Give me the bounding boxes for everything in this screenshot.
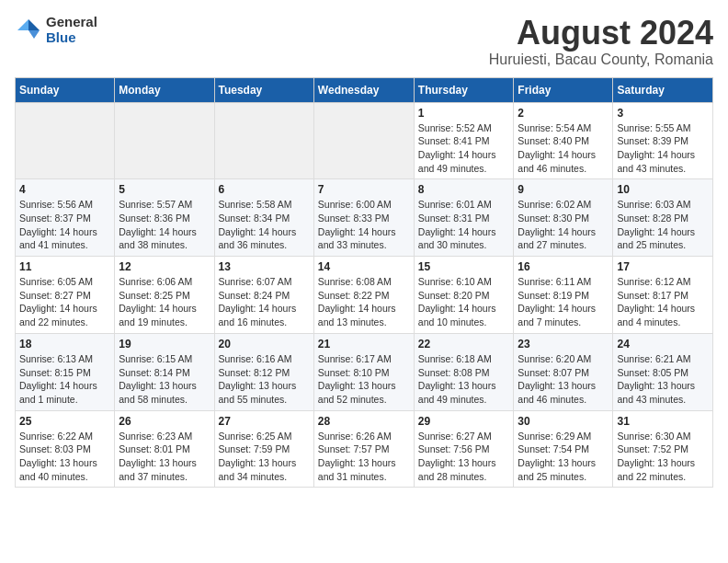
day-number: 4	[19, 183, 110, 196]
day-number: 20	[219, 338, 310, 350]
calendar-cell: 22Sunrise: 6:18 AMSunset: 8:08 PMDayligh…	[414, 333, 514, 410]
day-info: Sunrise: 6:25 AMSunset: 7:59 PMDaylight:…	[219, 430, 310, 484]
day-info: Sunrise: 5:58 AMSunset: 8:34 PMDaylight:…	[219, 198, 310, 252]
calendar-cell: 6Sunrise: 5:58 AMSunset: 8:34 PMDaylight…	[214, 179, 313, 257]
calendar-cell	[313, 102, 414, 179]
day-header-tuesday: Tuesday	[214, 77, 313, 102]
calendar-cell: 15Sunrise: 6:10 AMSunset: 8:20 PMDayligh…	[414, 257, 514, 334]
day-number: 11	[19, 260, 110, 273]
calendar-header: SundayMondayTuesdayWednesdayThursdayFrid…	[16, 77, 713, 102]
day-info: Sunrise: 6:11 AMSunset: 8:19 PMDaylight:…	[518, 275, 609, 329]
day-number: 1	[418, 107, 510, 120]
day-info: Sunrise: 6:10 AMSunset: 8:20 PMDaylight:…	[418, 275, 510, 329]
main-title: August 2024	[489, 15, 713, 52]
calendar-cell: 29Sunrise: 6:27 AMSunset: 7:56 PMDayligh…	[414, 410, 514, 488]
day-number: 24	[617, 338, 709, 350]
calendar-cell: 5Sunrise: 5:57 AMSunset: 8:36 PMDaylight…	[115, 179, 214, 257]
day-number: 5	[119, 183, 210, 196]
day-header-thursday: Thursday	[414, 77, 514, 102]
week-row-1: 1Sunrise: 5:52 AMSunset: 8:41 PMDaylight…	[16, 102, 713, 179]
calendar-cell: 30Sunrise: 6:29 AMSunset: 7:54 PMDayligh…	[514, 410, 613, 488]
week-row-2: 4Sunrise: 5:56 AMSunset: 8:37 PMDaylight…	[16, 179, 713, 257]
calendar-cell: 28Sunrise: 6:26 AMSunset: 7:57 PMDayligh…	[313, 410, 414, 488]
day-header-wednesday: Wednesday	[313, 77, 414, 102]
week-row-3: 11Sunrise: 6:05 AMSunset: 8:27 PMDayligh…	[16, 257, 713, 334]
calendar-cell: 4Sunrise: 5:56 AMSunset: 8:37 PMDaylight…	[16, 179, 115, 257]
calendar-cell: 19Sunrise: 6:15 AMSunset: 8:14 PMDayligh…	[115, 333, 214, 410]
day-info: Sunrise: 6:15 AMSunset: 8:14 PMDaylight:…	[119, 352, 210, 407]
week-row-5: 25Sunrise: 6:22 AMSunset: 8:03 PMDayligh…	[16, 410, 713, 488]
day-header-friday: Friday	[514, 77, 613, 102]
day-number: 18	[19, 338, 110, 350]
header: General Blue August 2024 Huruiesti, Baca…	[15, 15, 713, 68]
calendar-cell: 7Sunrise: 6:00 AMSunset: 8:33 PMDaylight…	[313, 179, 414, 257]
days-header-row: SundayMondayTuesdayWednesdayThursdayFrid…	[16, 77, 713, 102]
logo-icon	[15, 17, 42, 44]
day-number: 23	[518, 338, 609, 350]
calendar-cell: 12Sunrise: 6:06 AMSunset: 8:25 PMDayligh…	[115, 257, 214, 334]
calendar-cell: 25Sunrise: 6:22 AMSunset: 8:03 PMDayligh…	[16, 410, 115, 488]
day-info: Sunrise: 6:00 AMSunset: 8:33 PMDaylight:…	[318, 198, 410, 252]
logo: General Blue	[15, 15, 97, 45]
day-info: Sunrise: 6:17 AMSunset: 8:10 PMDaylight:…	[318, 352, 410, 407]
day-info: Sunrise: 5:54 AMSunset: 8:40 PMDaylight:…	[518, 121, 609, 176]
day-number: 25	[19, 415, 110, 428]
day-info: Sunrise: 6:26 AMSunset: 7:57 PMDaylight:…	[318, 430, 410, 484]
calendar-cell: 10Sunrise: 6:03 AMSunset: 8:28 PMDayligh…	[613, 179, 713, 257]
day-number: 28	[318, 415, 410, 428]
day-info: Sunrise: 6:06 AMSunset: 8:25 PMDaylight:…	[119, 275, 210, 329]
day-number: 19	[119, 338, 210, 350]
logo-blue: Blue	[46, 30, 97, 46]
logo-general: General	[46, 15, 97, 30]
day-info: Sunrise: 5:56 AMSunset: 8:37 PMDaylight:…	[19, 198, 110, 252]
day-info: Sunrise: 5:55 AMSunset: 8:39 PMDaylight:…	[617, 121, 709, 176]
day-number: 13	[219, 260, 310, 273]
day-info: Sunrise: 6:16 AMSunset: 8:12 PMDaylight:…	[219, 352, 310, 407]
day-number: 2	[518, 107, 609, 120]
subtitle: Huruiesti, Bacau County, Romania	[489, 52, 713, 68]
day-info: Sunrise: 6:12 AMSunset: 8:17 PMDaylight:…	[617, 275, 709, 329]
calendar-cell: 21Sunrise: 6:17 AMSunset: 8:10 PMDayligh…	[313, 333, 414, 410]
day-info: Sunrise: 6:22 AMSunset: 8:03 PMDaylight:…	[19, 430, 110, 484]
day-info: Sunrise: 6:03 AMSunset: 8:28 PMDaylight:…	[617, 198, 709, 252]
calendar-cell: 31Sunrise: 6:30 AMSunset: 7:52 PMDayligh…	[613, 410, 713, 488]
day-header-saturday: Saturday	[613, 77, 713, 102]
calendar-cell: 17Sunrise: 6:12 AMSunset: 8:17 PMDayligh…	[613, 257, 713, 334]
day-number: 8	[418, 183, 510, 196]
calendar-cell: 20Sunrise: 6:16 AMSunset: 8:12 PMDayligh…	[214, 333, 313, 410]
calendar-cell	[214, 102, 313, 179]
calendar-cell: 13Sunrise: 6:07 AMSunset: 8:24 PMDayligh…	[214, 257, 313, 334]
week-row-4: 18Sunrise: 6:13 AMSunset: 8:15 PMDayligh…	[16, 333, 713, 410]
calendar-cell: 1Sunrise: 5:52 AMSunset: 8:41 PMDaylight…	[414, 102, 514, 179]
calendar-body: 1Sunrise: 5:52 AMSunset: 8:41 PMDaylight…	[16, 102, 713, 488]
day-number: 12	[119, 260, 210, 273]
day-info: Sunrise: 6:23 AMSunset: 8:01 PMDaylight:…	[119, 430, 210, 484]
calendar-cell: 23Sunrise: 6:20 AMSunset: 8:07 PMDayligh…	[514, 333, 613, 410]
day-number: 27	[219, 415, 310, 428]
day-number: 26	[119, 415, 210, 428]
day-info: Sunrise: 5:52 AMSunset: 8:41 PMDaylight:…	[418, 121, 510, 176]
calendar-cell: 9Sunrise: 6:02 AMSunset: 8:30 PMDaylight…	[514, 179, 613, 257]
day-header-monday: Monday	[115, 77, 214, 102]
title-area: August 2024 Huruiesti, Bacau County, Rom…	[489, 15, 713, 68]
calendar-cell: 24Sunrise: 6:21 AMSunset: 8:05 PMDayligh…	[613, 333, 713, 410]
day-info: Sunrise: 6:27 AMSunset: 7:56 PMDaylight:…	[418, 430, 510, 484]
day-info: Sunrise: 6:02 AMSunset: 8:30 PMDaylight:…	[518, 198, 609, 252]
svg-marker-1	[28, 30, 40, 39]
day-info: Sunrise: 6:21 AMSunset: 8:05 PMDaylight:…	[617, 352, 709, 407]
day-info: Sunrise: 6:29 AMSunset: 7:54 PMDaylight:…	[518, 430, 609, 484]
calendar-cell: 18Sunrise: 6:13 AMSunset: 8:15 PMDayligh…	[16, 333, 115, 410]
day-header-sunday: Sunday	[16, 77, 115, 102]
calendar-cell: 27Sunrise: 6:25 AMSunset: 7:59 PMDayligh…	[214, 410, 313, 488]
day-number: 6	[219, 183, 310, 196]
svg-marker-2	[17, 19, 28, 30]
day-number: 10	[617, 183, 709, 196]
day-info: Sunrise: 6:01 AMSunset: 8:31 PMDaylight:…	[418, 198, 510, 252]
svg-marker-0	[28, 19, 40, 30]
calendar-cell: 16Sunrise: 6:11 AMSunset: 8:19 PMDayligh…	[514, 257, 613, 334]
day-info: Sunrise: 6:20 AMSunset: 8:07 PMDaylight:…	[518, 352, 609, 407]
calendar-cell: 3Sunrise: 5:55 AMSunset: 8:39 PMDaylight…	[613, 102, 713, 179]
day-info: Sunrise: 6:13 AMSunset: 8:15 PMDaylight:…	[19, 352, 110, 407]
day-number: 9	[518, 183, 609, 196]
calendar-cell: 11Sunrise: 6:05 AMSunset: 8:27 PMDayligh…	[16, 257, 115, 334]
